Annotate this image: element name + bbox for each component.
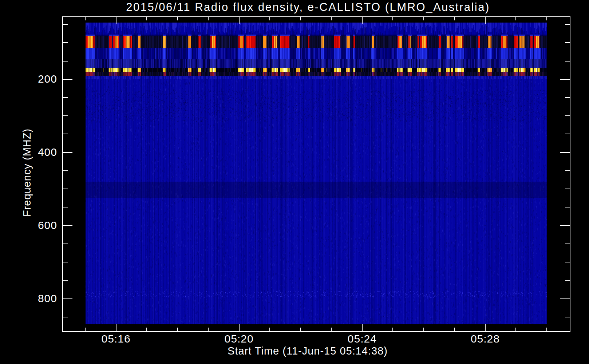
y-tick-mark — [63, 262, 68, 262]
x-tick-mark — [269, 328, 270, 331]
x-tick-mark-top — [454, 17, 455, 20]
y-tick-mark — [63, 298, 72, 299]
x-tick-mark — [515, 328, 516, 331]
x-tick-mark — [146, 328, 147, 331]
y-tick-mark-right — [565, 189, 570, 189]
x-tick-mark-top — [423, 17, 424, 20]
y-tick-mark — [63, 207, 68, 207]
x-tick-mark-top — [269, 17, 270, 20]
x-tick-mark — [392, 328, 393, 331]
x-tick-mark — [362, 324, 363, 331]
y-tick-mark — [63, 189, 68, 189]
x-tick-mark — [208, 328, 209, 331]
y-tick-mark — [63, 61, 68, 62]
y-tick-mark-right — [565, 207, 570, 207]
y-tick-mark — [63, 244, 68, 244]
y-tick-mark-right — [565, 42, 570, 43]
x-tick-mark — [423, 328, 424, 331]
y-tick-mark — [63, 97, 68, 98]
y-tick-mark-right — [560, 298, 570, 299]
x-tick-mark-top — [85, 17, 86, 20]
y-tick-mark-right — [565, 317, 570, 317]
x-tick-mark-top — [208, 17, 209, 20]
x-tick-mark — [485, 324, 486, 331]
y-tick-mark-right — [565, 97, 570, 98]
y-axis-title: Frequency (MHZ) — [21, 128, 33, 217]
chart-title: 2015/06/11 Radio flux density, e-CALLIST… — [126, 1, 490, 14]
spectrogram-window: 2015/06/11 Radio flux density, e-CALLIST… — [0, 0, 589, 364]
x-tick-mark-top — [546, 17, 547, 20]
x-tick-mark — [239, 324, 240, 331]
y-tick-mark — [63, 79, 72, 80]
x-tick-mark — [546, 328, 547, 331]
x-tick-mark-top — [177, 17, 178, 20]
x-tick-label: 05:28 — [471, 333, 500, 345]
y-tick-mark — [63, 317, 68, 317]
x-tick-mark-top — [515, 17, 516, 20]
x-tick-mark-top — [146, 17, 147, 20]
y-tick-mark-right — [565, 61, 570, 62]
y-tick-mark — [63, 225, 72, 226]
y-tick-mark — [63, 42, 68, 43]
y-tick-mark-right — [565, 24, 570, 25]
y-tick-mark-right — [565, 134, 570, 134]
spectrogram-canvas — [86, 23, 547, 324]
y-tick-mark-right — [565, 170, 570, 171]
y-tick-mark — [63, 24, 68, 25]
x-tick-mark-top — [300, 17, 301, 20]
x-tick-mark-top — [331, 17, 332, 20]
x-tick-mark-top — [239, 17, 240, 24]
y-tick-mark — [63, 115, 68, 116]
y-tick-mark — [63, 152, 72, 153]
x-tick-mark-top — [362, 17, 363, 24]
x-tick-mark — [177, 328, 178, 331]
x-tick-mark-top — [392, 17, 393, 20]
x-tick-mark — [116, 324, 116, 331]
y-tick-mark-right — [565, 280, 570, 281]
y-tick-label: 200 — [17, 73, 57, 85]
y-tick-mark — [63, 134, 68, 134]
x-tick-mark — [85, 328, 86, 331]
y-tick-label: 600 — [17, 219, 57, 232]
y-tick-mark-right — [565, 115, 570, 116]
y-tick-mark-right — [560, 152, 570, 153]
x-tick-mark-top — [485, 17, 486, 24]
x-axis-title: Start Time (11-Jun-15 05:14:38) — [228, 345, 388, 357]
y-tick-mark-right — [565, 244, 570, 244]
y-tick-mark-right — [565, 262, 570, 262]
x-tick-label: 05:24 — [348, 333, 377, 345]
x-tick-label: 05:20 — [225, 333, 254, 345]
x-tick-mark-top — [116, 17, 116, 24]
y-tick-label: 800 — [17, 292, 57, 305]
y-tick-mark-right — [560, 225, 570, 226]
x-tick-label: 05:16 — [101, 333, 130, 345]
x-tick-mark — [300, 328, 301, 331]
x-tick-mark — [454, 328, 455, 331]
y-tick-mark — [63, 170, 68, 171]
y-tick-mark — [63, 280, 68, 281]
y-tick-mark-right — [560, 79, 570, 80]
x-tick-mark — [331, 328, 332, 331]
